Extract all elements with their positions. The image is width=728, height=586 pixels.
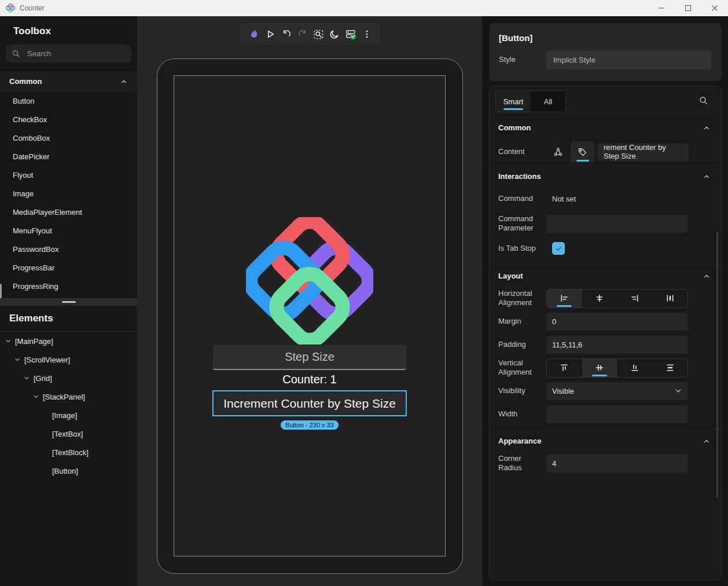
toolbox-item-checkbox[interactable]: CheckBox: [0, 110, 137, 129]
tree-node-mainpage[interactable]: [MainPage]: [0, 332, 137, 350]
toolbox-item-datepicker[interactable]: DatePicker: [0, 147, 137, 166]
width-input[interactable]: [546, 405, 688, 423]
maximize-button[interactable]: [675, 0, 701, 16]
style-input[interactable]: Implicit Style: [546, 50, 711, 69]
step-size-placeholder: Step Size: [285, 350, 334, 364]
chevron-down-icon[interactable]: [23, 375, 34, 382]
panel-splitter[interactable]: [0, 298, 137, 306]
toolbox-group-label: Common: [9, 77, 42, 86]
corner-radius-input[interactable]: 4: [546, 455, 688, 473]
toolbox-item-progressbar[interactable]: ProgressBar: [0, 258, 137, 277]
tree-node-label: [ScrollViewer]: [24, 356, 70, 364]
tree-node-textblock[interactable]: [TextBlock]: [0, 443, 137, 462]
chevron-down-icon[interactable]: [32, 393, 43, 400]
content-row: Content: [490, 138, 721, 165]
properties-scrollbar[interactable]: [716, 231, 718, 497]
align-top-icon: [560, 363, 569, 372]
tree-node-label: [Grid]: [34, 374, 52, 383]
toolbox-group-common[interactable]: Common: [0, 71, 137, 91]
section-appearance[interactable]: Appearance: [490, 430, 721, 452]
chevron-down-icon[interactable]: [5, 338, 15, 345]
design-canvas[interactable]: Step Size Counter: 1 Increment Counter b…: [137, 16, 482, 586]
command-parameter-label: Command Parameter: [498, 214, 546, 233]
selected-element-title: [Button]: [489, 23, 722, 43]
properties-search-icon[interactable]: [698, 96, 708, 105]
undo-icon[interactable]: [280, 28, 293, 41]
section-common[interactable]: Common: [490, 117, 721, 138]
is-tab-stop-checkbox[interactable]: [552, 242, 565, 255]
section-interactions[interactable]: Interactions: [490, 166, 721, 187]
chevron-down-icon[interactable]: [14, 356, 24, 363]
play-icon[interactable]: [264, 28, 277, 41]
search-input[interactable]: [27, 49, 120, 58]
content-literal-toggle[interactable]: [571, 141, 594, 163]
inspect-icon[interactable]: [312, 28, 325, 41]
tree-node-grid[interactable]: [Grid]: [0, 369, 137, 387]
selected-segment-indicator: [557, 305, 572, 307]
align-right-button[interactable]: [617, 290, 653, 307]
visibility-select[interactable]: Visible: [546, 382, 688, 400]
vertical-alignment-row: Vertical Alignment: [490, 356, 721, 379]
content-input[interactable]: rement Counter by Step Size: [598, 143, 689, 161]
tree-node-label: [TextBlock]: [52, 448, 89, 457]
tree-node-button[interactable]: [Button]: [0, 462, 137, 480]
align-center-v-button[interactable]: [582, 359, 617, 377]
toolbox-item-passwordbox[interactable]: PasswordBox: [0, 240, 137, 258]
toolbox-item-menuflyout[interactable]: MenuFlyout: [0, 221, 137, 240]
command-value[interactable]: Not set: [546, 195, 576, 203]
is-tab-stop-row: Is Tab Stop: [490, 237, 721, 260]
padding-input[interactable]: 11,5,11,6: [546, 336, 688, 354]
toolbox-scrollbar[interactable]: [0, 284, 2, 300]
align-left-icon: [560, 294, 569, 303]
section-appearance-label: Appearance: [498, 437, 541, 445]
toolbox-item-image[interactable]: Image: [0, 184, 137, 203]
align-stretch-h-button[interactable]: [652, 290, 687, 307]
check-icon: [555, 245, 562, 252]
tab-all[interactable]: All: [531, 91, 565, 112]
section-layout[interactable]: Layout: [490, 265, 721, 287]
selected-element-card: [Button] Style Implicit Style: [489, 23, 722, 81]
increment-button-selected[interactable]: Increment Counter by Step Size: [212, 390, 407, 416]
elements-panel: Elements [MainPage][ScrollViewer][Grid][…: [0, 306, 137, 586]
horizontal-alignment-label: Horizontal Alignment: [498, 289, 546, 308]
theme-moon-icon[interactable]: [328, 28, 341, 41]
toolbox-search[interactable]: [6, 45, 131, 63]
toolbox-item-mediaplayerelement[interactable]: MediaPlayerElement: [0, 203, 137, 221]
tree-node-label: [MainPage]: [15, 337, 53, 346]
margin-row: Margin 0: [490, 310, 721, 333]
tree-node-scrollviewer[interactable]: [ScrollViewer]: [0, 350, 137, 369]
counter-textblock[interactable]: Counter: 1: [174, 373, 445, 386]
tree-node-textbox[interactable]: [TextBox]: [0, 424, 137, 443]
style-label: Style: [499, 55, 546, 64]
align-left-button[interactable]: [547, 290, 582, 307]
chevron-down-icon: [674, 387, 682, 395]
align-top-button[interactable]: [547, 359, 582, 377]
chevron-up-icon: [703, 173, 711, 181]
horizontal-alignment-row: Horizontal Alignment: [490, 287, 721, 310]
tab-smart[interactable]: Smart: [496, 91, 531, 112]
toolbox-item-progressring[interactable]: ProgressRing: [0, 277, 137, 295]
redo-icon[interactable]: [296, 28, 309, 41]
app-logo[interactable]: [246, 217, 373, 345]
more-options-icon[interactable]: [361, 28, 373, 41]
close-button[interactable]: [701, 0, 728, 16]
toolbox-item-button[interactable]: Button: [0, 91, 137, 110]
toolbox-item-combobox[interactable]: ComboBox: [0, 129, 137, 147]
command-parameter-input[interactable]: [546, 215, 688, 233]
hot-reload-flame-icon[interactable]: [248, 28, 260, 41]
tree-node-image[interactable]: [Image]: [0, 406, 137, 424]
margin-input[interactable]: 0: [546, 313, 688, 331]
align-stretch-v-button[interactable]: [652, 359, 687, 377]
toolbox-title: Toolbox: [0, 16, 137, 37]
binding-icon: [553, 147, 563, 157]
step-size-textbox[interactable]: Step Size: [213, 345, 406, 370]
selection-size-badge: Button - 230 x 33: [281, 420, 339, 430]
toolbox-item-flyout[interactable]: Flyout: [0, 166, 137, 184]
content-binding-toggle[interactable]: [546, 141, 570, 163]
align-bottom-button[interactable]: [617, 359, 653, 377]
status-connected-icon[interactable]: [344, 28, 357, 41]
align-center-h-button[interactable]: [582, 290, 617, 307]
minimize-button[interactable]: [648, 0, 675, 16]
tree-node-stackpanel[interactable]: [StackPanel]: [0, 387, 137, 406]
device-screen[interactable]: Step Size Counter: 1 Increment Counter b…: [174, 75, 446, 556]
